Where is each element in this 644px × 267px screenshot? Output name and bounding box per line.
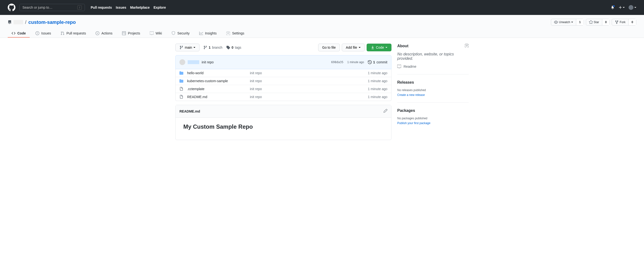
notifications-button[interactable] [611, 5, 614, 10]
eye-icon [554, 20, 558, 24]
global-header: / Pull requests Issues Marketplace Explo… [0, 0, 644, 15]
tab-wiki[interactable]: Wiki [146, 29, 166, 38]
file-name-link[interactable]: .cctemplate [187, 87, 204, 91]
branch-count: 1 [209, 45, 210, 49]
tab-security-label: Security [177, 31, 190, 35]
download-icon [371, 45, 374, 49]
code-icon [12, 31, 16, 35]
forks-count[interactable]: 0 [628, 19, 636, 25]
tag-count: 0 [232, 45, 234, 49]
tab-code-label: Code [17, 31, 26, 35]
tab-issues-label: Issues [41, 31, 51, 35]
caret-down-icon [194, 47, 195, 48]
code-button-label: Code [376, 45, 384, 49]
play-icon [96, 31, 99, 35]
code-button[interactable]: Code [366, 44, 392, 51]
tab-projects[interactable]: Projects [118, 29, 144, 38]
releases-section: Releases No releases published Create a … [397, 80, 469, 103]
commit-sha[interactable]: 698da35 [331, 60, 344, 64]
file-name-link[interactable]: hello-world [187, 71, 204, 75]
tags-link[interactable]: 0 tags [226, 45, 241, 49]
add-file-button[interactable]: Add file [342, 44, 365, 51]
commits-count: 1 [373, 60, 375, 64]
tab-wiki-label: Wiki [156, 31, 162, 35]
caret-down-icon [623, 7, 625, 8]
branch-icon [203, 45, 207, 49]
unwatch-button[interactable]: Unwatch [551, 19, 576, 25]
edit-readme-button[interactable] [384, 109, 387, 113]
pencil-icon [384, 109, 387, 113]
watch-button-group: Unwatch 1 [551, 19, 584, 25]
tab-actions-label: Actions [101, 31, 112, 35]
file-list: hello-worldinit repo1 minute agokubernet… [175, 69, 392, 101]
fork-label: Fork [620, 20, 626, 24]
search-input[interactable] [22, 5, 78, 9]
tab-settings-label: Settings [232, 31, 244, 35]
watchers-count[interactable]: 1 [576, 19, 584, 25]
tab-settings[interactable]: Settings [222, 29, 248, 38]
nav-marketplace[interactable]: Marketplace [130, 5, 150, 9]
about-settings-button[interactable] [465, 44, 469, 48]
stars-count[interactable]: 0 [602, 19, 610, 25]
branches-link[interactable]: 1 branch [203, 45, 222, 49]
readme-filename: README.md [180, 109, 200, 113]
repo-name-link[interactable]: custom-sample-repo [28, 19, 76, 25]
commit-message[interactable]: init repo [202, 60, 214, 64]
tab-actions[interactable]: Actions [92, 29, 116, 38]
fork-button[interactable]: Fork [612, 19, 628, 25]
repo-tabs: Code Issues Pull requests Actions Projec… [8, 29, 636, 38]
star-button-group: Star 0 [586, 19, 610, 25]
file-name-link[interactable]: README.md [187, 95, 207, 99]
file-commit-message[interactable]: init repo [250, 79, 368, 83]
branch-count-label: branch [212, 45, 222, 49]
book-icon [397, 65, 401, 68]
file-name-link[interactable]: kubernetes-custom-sample [187, 79, 228, 83]
global-search[interactable]: / [19, 4, 85, 11]
commits-link[interactable]: 1 commit [368, 60, 387, 64]
file-commit-time: 1 minute ago [368, 87, 387, 91]
avatar [628, 5, 634, 10]
file-row: README.mdinit repo1 minute ago [176, 93, 391, 101]
create-new-dropdown[interactable] [618, 5, 625, 9]
book-icon [150, 31, 154, 35]
create-release-link[interactable]: Create a new release [397, 93, 425, 97]
tab-pulls[interactable]: Pull requests [57, 29, 90, 38]
file-commit-message[interactable]: init repo [250, 71, 368, 75]
path-separator: / [25, 19, 26, 25]
file-commit-message[interactable]: init repo [250, 87, 368, 91]
tab-insights[interactable]: Insights [195, 29, 220, 38]
add-file-label: Add file [346, 45, 357, 49]
file-row: hello-worldinit repo1 minute ago [176, 69, 391, 77]
packages-empty: No packages published [397, 117, 469, 120]
readme-link[interactable]: Readme [397, 65, 469, 68]
go-to-file-button[interactable]: Go to file [318, 44, 340, 51]
nav-explore[interactable]: Explore [154, 5, 166, 9]
tag-icon [226, 45, 230, 49]
nav-pull-requests[interactable]: Pull requests [91, 5, 112, 9]
folder-icon [180, 71, 184, 75]
packages-section: Packages No packages published Publish y… [397, 108, 469, 131]
branch-switcher[interactable]: main [175, 44, 200, 51]
caret-down-icon [359, 47, 360, 48]
file-commit-time: 1 minute ago [368, 79, 387, 83]
commit-author-redacted[interactable] [188, 60, 199, 64]
github-logo[interactable] [8, 3, 16, 11]
tab-code[interactable]: Code [8, 29, 30, 38]
file-row: kubernetes-custom-sampleinit repo1 minut… [176, 77, 391, 85]
publish-package-link[interactable]: Publish your first package [397, 121, 430, 125]
tab-security[interactable]: Security [168, 29, 194, 38]
star-button[interactable]: Star [586, 19, 602, 25]
commit-author-avatar[interactable] [180, 59, 185, 65]
tag-count-label: tags [235, 45, 241, 49]
nav-issues[interactable]: Issues [116, 5, 126, 9]
gear-icon [226, 31, 230, 35]
user-menu-dropdown[interactable] [628, 5, 636, 10]
repo-owner-redacted[interactable] [14, 20, 23, 24]
issue-icon [36, 31, 39, 35]
pull-request-icon [60, 31, 64, 35]
releases-empty: No releases published [397, 88, 469, 92]
tab-issues[interactable]: Issues [32, 29, 55, 38]
file-commit-message[interactable]: init repo [250, 95, 368, 99]
readme-link-label: Readme [404, 65, 416, 68]
file-row: .cctemplateinit repo1 minute ago [176, 85, 391, 93]
